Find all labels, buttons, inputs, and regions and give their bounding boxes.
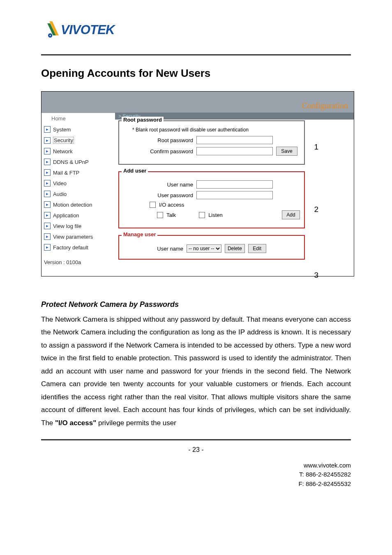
configuration-label: Configuration xyxy=(302,101,348,111)
confirm-password-input[interactable] xyxy=(196,147,273,155)
save-button[interactable]: Save xyxy=(276,147,297,156)
sidebar-item-audio[interactable]: ►Audio xyxy=(42,189,115,199)
screenshot-header: Configuration xyxy=(42,92,354,113)
sidebar-item-label: Application xyxy=(53,212,79,219)
page-heading: Opening Accounts for New Users xyxy=(41,67,392,80)
io-access-label: I/O access xyxy=(159,202,184,208)
callout-2: 2 xyxy=(314,205,318,214)
delete-button[interactable]: Delete xyxy=(225,244,245,253)
body-text-span: privilege permits the user xyxy=(96,419,176,427)
arrow-icon: ► xyxy=(44,244,51,251)
sidebar-item-ddns[interactable]: ►DDNS & UPnP xyxy=(42,157,115,167)
svg-text:VIVOTEK: VIVOTEK xyxy=(61,23,116,37)
svg-point-1 xyxy=(50,35,51,36)
user-password-input[interactable] xyxy=(196,191,273,199)
confirm-password-label: Confirm password xyxy=(123,148,193,154)
subheading: Protect Network Camera by Passwords xyxy=(41,300,351,309)
arrow-icon: ► xyxy=(44,233,51,240)
sidebar-item-motion[interactable]: ►Motion detection xyxy=(42,199,115,210)
panel-legend: Add user xyxy=(122,168,148,174)
root-password-label: Root password xyxy=(123,137,193,143)
sidebar-item-application[interactable]: ►Application xyxy=(42,210,115,221)
sidebar-home[interactable]: Home xyxy=(42,113,115,124)
manage-username-label: User name xyxy=(157,246,183,252)
sidebar-item-system[interactable]: ►System xyxy=(42,124,115,135)
arrow-icon: ► xyxy=(44,201,51,208)
sidebar-item-label: System xyxy=(53,127,71,133)
sidebar-item-viewparams[interactable]: ►View parameters xyxy=(42,231,115,242)
io-access-checkbox[interactable] xyxy=(150,202,156,208)
sidebar-item-video[interactable]: ►Video xyxy=(42,178,115,189)
sidebar-item-network[interactable]: ►Network xyxy=(42,146,115,157)
contact-fax: F: 886-2-82455532 xyxy=(0,479,351,489)
sidebar-item-label: Security xyxy=(53,137,74,144)
body-paragraph: The Network Camera is shipped without an… xyxy=(41,313,351,429)
add-user-panel: Add user User name User password I/O acc… xyxy=(118,171,305,228)
arrow-icon: ► xyxy=(44,137,51,144)
io-access-bold: "I/O access" xyxy=(55,419,96,427)
arrow-icon: ► xyxy=(44,180,51,187)
page-number: - 23 - xyxy=(0,446,392,454)
root-password-input[interactable] xyxy=(196,136,273,144)
sidebar: Home ►System ►Security ►Network ►DDNS & … xyxy=(42,113,115,276)
version-label: Version : 0100a xyxy=(42,253,115,269)
sidebar-item-label: Network xyxy=(53,148,73,154)
arrow-icon: ► xyxy=(44,223,51,229)
manage-user-panel: Manage user User name -- no user -- Dele… xyxy=(118,235,305,260)
root-password-panel: Root password * Blank root password will… xyxy=(118,120,305,165)
talk-checkbox[interactable] xyxy=(157,212,163,218)
listen-label: Listen xyxy=(208,212,223,218)
arrow-icon: ► xyxy=(44,148,51,154)
arrow-icon: ► xyxy=(44,169,51,176)
sidebar-item-label: DDNS & UPnP xyxy=(53,159,89,165)
arrow-icon: ► xyxy=(44,191,51,197)
callout-1: 1 xyxy=(314,143,318,152)
sidebar-item-security[interactable]: ►Security xyxy=(42,135,115,146)
top-rule xyxy=(41,54,351,55)
user-select[interactable]: -- no user -- xyxy=(187,244,221,253)
sidebar-item-label: Mail & FTP xyxy=(53,170,79,176)
content-area: > Security 1 2 3 Root password * Blank r… xyxy=(115,113,354,276)
username-input[interactable] xyxy=(196,180,273,189)
screenshot-frame: Configuration Home ►System ►Security ►Ne… xyxy=(41,91,354,276)
edit-button[interactable]: Edit xyxy=(248,244,266,253)
callout-3: 3 xyxy=(314,271,318,280)
sidebar-item-label: Audio xyxy=(53,191,67,197)
body-text-span: The Network Camera is shipped without an… xyxy=(41,315,351,427)
sidebar-item-label: Factory default xyxy=(53,244,88,251)
talk-label: Talk xyxy=(166,212,176,218)
sidebar-item-viewlog[interactable]: ►View log file xyxy=(42,221,115,231)
sidebar-item-label: Video xyxy=(53,180,67,187)
sidebar-item-label: Motion detection xyxy=(53,202,92,208)
arrow-icon: ► xyxy=(44,212,51,219)
contact-block: www.vivotek.com T: 886-2-82455282 F: 886… xyxy=(0,461,351,489)
contact-website: www.vivotek.com xyxy=(0,461,351,470)
sidebar-item-label: View parameters xyxy=(53,234,93,240)
username-label: User name xyxy=(123,182,193,188)
brand-logo: VIVOTEK xyxy=(0,0,392,47)
contact-tel: T: 886-2-82455282 xyxy=(0,470,351,479)
arrow-icon: ► xyxy=(44,159,51,165)
panel-legend: Manage user xyxy=(122,231,157,237)
add-button[interactable]: Add xyxy=(282,210,300,219)
root-note: * Blank root password will disable user … xyxy=(132,127,300,133)
sidebar-item-factory[interactable]: ►Factory default xyxy=(42,242,115,253)
listen-checkbox[interactable] xyxy=(199,212,205,218)
sidebar-item-label: View log file xyxy=(53,223,81,229)
arrow-icon: ► xyxy=(44,126,51,133)
user-password-label: User password xyxy=(123,192,193,198)
sidebar-item-mail[interactable]: ►Mail & FTP xyxy=(42,167,115,178)
vivotek-logo: VIVOTEK xyxy=(45,16,138,45)
panel-legend: Root password xyxy=(122,117,164,123)
footer-rule xyxy=(41,439,351,440)
